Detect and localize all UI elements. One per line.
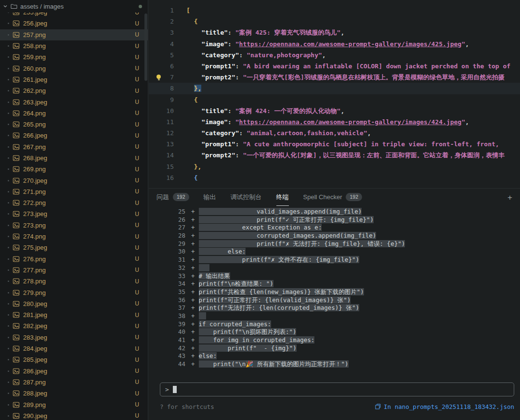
editor-line[interactable]: 16 {	[149, 172, 520, 183]
file-name: 276.png	[23, 255, 131, 263]
file-row[interactable]: 290.jpegU	[0, 410, 148, 420]
file-row[interactable]: 261.jpegU	[0, 74, 148, 85]
file-row[interactable]: 264.pngU	[0, 108, 148, 119]
image-file-icon	[13, 20, 20, 27]
panel-tab-debug-console[interactable]: 调试控制台	[231, 189, 262, 206]
context-file-link[interactable]: In nano_prompts_20251118_183432.json	[375, 403, 514, 410]
diff-line-text: print(f"✓ 可正常打开: {img_file}")	[199, 216, 374, 223]
file-row[interactable]: 278.pngU	[0, 276, 148, 287]
file-row[interactable]: 281.jpegU	[0, 309, 148, 320]
diff-line-text: # 输出结果	[199, 272, 230, 280]
file-row[interactable]: 279.pngU	[0, 287, 148, 298]
editor-line[interactable]: 9 {	[149, 94, 520, 105]
file-row[interactable]: 286.jpegU	[0, 366, 148, 377]
diff-line-text: else:	[199, 248, 246, 255]
file-row[interactable]: 260.pngU	[0, 63, 148, 74]
terminal-prompt-input[interactable]: >	[160, 382, 514, 396]
file-row[interactable]: 280.jpegU	[0, 298, 148, 309]
file-reference-icon	[375, 404, 381, 409]
file-row[interactable]: 283.jpegU	[0, 332, 148, 343]
panel-tab-problems[interactable]: 问题192	[156, 189, 189, 206]
row-dot	[8, 359, 9, 360]
file-row[interactable]: 272.pngU	[0, 197, 148, 208]
diff-added-sign: +	[191, 240, 195, 248]
file-row[interactable]: 277.pngU	[0, 265, 148, 276]
file-row[interactable]: 267.pngU	[0, 141, 148, 153]
diff-line-number: 38	[149, 312, 185, 320]
file-row[interactable]: 265.pngU	[0, 119, 148, 130]
file-row[interactable]: 258.pngU	[0, 40, 148, 51]
image-file-icon	[13, 233, 20, 240]
line-number: 16	[149, 172, 174, 183]
editor-line[interactable]: 10 "title": "案例 424: 一个可爱的拟人化动物",	[149, 105, 520, 116]
file-row[interactable]: 270.jpegU	[0, 175, 148, 186]
editor-line[interactable]: 13 "prompt1": "A cute anthropomorphic [s…	[149, 139, 520, 150]
terminal-line: 44+ print("\n🎉 所有新下载的图片均正常打开！")	[149, 360, 520, 369]
file-row[interactable]: 266.jpegU	[0, 130, 148, 141]
file-row[interactable]: 285.jpegU	[0, 354, 148, 365]
sidebar-scrollbar[interactable]	[144, 13, 147, 81]
image-file-icon	[13, 322, 20, 330]
editor-line[interactable]: 15 },	[149, 161, 520, 172]
row-dot	[8, 113, 9, 114]
diff-line-text: print(f"✗ 文件不存在: {img_file}")	[199, 256, 359, 263]
file-row[interactable]: 271.pngU	[0, 186, 148, 197]
new-terminal-plus-icon[interactable]: +	[507, 193, 512, 202]
file-row[interactable]: 275.jpegU	[0, 242, 148, 253]
file-row[interactable]: 255.jpegU	[0, 13, 148, 18]
editor-line[interactable]: 14 "prompt2": "一个可爱的拟人化[对象]，以三视图呈现：左前、正面…	[149, 150, 520, 161]
editor-line[interactable]: 1[	[149, 5, 520, 16]
file-row[interactable]: 269.pngU	[0, 164, 148, 175]
code-text: "category": "animal,cartoon,fashion,vehi…	[186, 129, 371, 137]
editor-line[interactable]: 4 "image": "https://opennana.com/awesome…	[149, 38, 520, 50]
file-row[interactable]: 263.jpegU	[0, 96, 148, 107]
code-text: "prompt2": "一个可爱的拟人化[对象]，以三视图呈现：左前、正面和背面…	[186, 152, 505, 159]
image-file-icon	[13, 222, 20, 229]
file-name: 281.jpeg	[23, 311, 131, 318]
file-row[interactable]: 257.pngU	[0, 29, 148, 40]
editor-line[interactable]: 5 "category": "nature,photography",	[149, 50, 520, 61]
panel-tab-spell-checker[interactable]: Spell Checker192	[303, 189, 362, 206]
file-row[interactable]: 259.pngU	[0, 51, 148, 63]
git-status-untracked: U	[135, 143, 139, 150]
row-dot	[8, 337, 9, 338]
git-status-untracked: U	[135, 345, 139, 352]
file-row[interactable]: 282.jpegU	[0, 320, 148, 331]
diff-line-number: 25	[149, 208, 185, 216]
editor-line[interactable]: 6 "prompt1": "A bird wearing an inflatab…	[149, 61, 520, 72]
panel-tab-terminal[interactable]: 终端	[276, 189, 289, 206]
terminal-line: 27+ except Exception as e:	[149, 224, 520, 232]
file-row[interactable]: 268.jpegU	[0, 153, 148, 164]
file-row[interactable]: 287.pngU	[0, 377, 148, 388]
file-name: 271.png	[23, 188, 131, 195]
terminal-line: 25+ valid_images.append(img_file)	[149, 208, 520, 216]
editor-line[interactable]: 3 "title": "案例 425: 穿着充气羽绒服的鸟儿",	[149, 27, 520, 38]
panel-tab-output[interactable]: 输出	[204, 189, 216, 206]
file-row[interactable]: 284.jpegU	[0, 343, 148, 354]
file-row[interactable]: 273.pngU	[0, 220, 148, 231]
file-row[interactable]: 256.jpegU	[0, 18, 148, 29]
diff-line-text: for img in corrupted_images:	[199, 336, 315, 344]
editor-line[interactable]: 12 "category": "animal,cartoon,fashion,v…	[149, 127, 520, 139]
file-row[interactable]: 273.jpegU	[0, 208, 148, 219]
file-row[interactable]: 262.pngU	[0, 85, 148, 96]
file-row[interactable]: 274.pngU	[0, 231, 148, 242]
row-dot	[8, 90, 9, 91]
editor-line[interactable]: 7 "prompt2": "一只穿着充气[彩色]羽绒服的鸟栖息在枯树枝顶上。背景…	[149, 72, 520, 83]
image-file-icon	[13, 244, 20, 251]
terminal-output[interactable]: 25+ valid_images.append(img_file)26+ pri…	[149, 208, 520, 375]
diff-line-text: print("\n🎉 所有新下载的图片均正常打开！")	[199, 360, 349, 368]
editor-pane[interactable]: 1[2 {3 "title": "案例 425: 穿着充气羽绒服的鸟儿",4 "…	[149, 0, 520, 189]
file-row[interactable]: 288.jpegU	[0, 388, 148, 399]
file-row[interactable]: 289.pngU	[0, 399, 148, 410]
editor-line[interactable]: 8 },	[149, 83, 520, 94]
file-row[interactable]: 276.pngU	[0, 254, 148, 265]
code-text: "prompt1": "A cute anthropomorphic [subj…	[186, 140, 499, 148]
folder-status-dot	[139, 5, 142, 8]
editor-line[interactable]: 11 "image": "https://opennana.com/awesom…	[149, 116, 520, 127]
editor-line[interactable]: 2 {	[149, 16, 520, 27]
folder-header-row[interactable]: assets / images	[0, 0, 148, 13]
row-dot	[8, 314, 9, 316]
image-file-icon	[13, 42, 20, 50]
tab-count-badge: 192	[346, 193, 362, 201]
